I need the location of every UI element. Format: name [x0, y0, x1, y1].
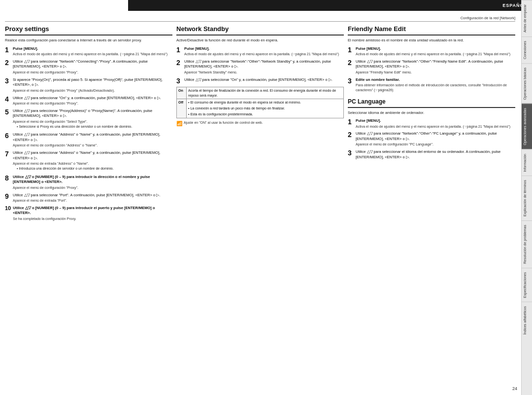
proxy-step-8: 8 Utilice △▽ o [NUMBER] (0 – 9) para int…	[5, 175, 172, 190]
ns-step-1: 1 Pulse [MENU]. Activa el modo de ajuste…	[176, 46, 344, 57]
proxy-step-1: 1 Pulse [MENU]. Activa el modo de ajuste…	[5, 46, 172, 57]
off-label: Off	[177, 99, 187, 118]
wifi-icon: 📶	[176, 120, 182, 127]
pc-language-section: PC Language Seleccionar idioma de ambien…	[348, 98, 515, 160]
sidebar-tab-problemas[interactable]: Resolución de problemas	[522, 220, 532, 268]
sidebar-tab-terminos[interactable]: Explicación de términos	[522, 176, 532, 220]
fn-step-2: 2 Utilice △▽ para seleccionar "Network"-…	[348, 59, 515, 75]
fn-step-1: 1 Pulse [MENU]. Activa el modo de ajuste…	[348, 46, 515, 57]
on-text: Acorta el tiempo de finalización de la c…	[187, 87, 344, 99]
pc-step-1: 1 Pulse [MENU]. Activa el modo de ajuste…	[348, 118, 515, 129]
sidebar-tab-avanzadas[interactable]: Operaciones avanzadas	[522, 104, 532, 149]
friendly-name-title: Friendly Name Edit	[348, 25, 515, 36]
col-proxy: Proxy settings Realice esta configuració…	[5, 25, 172, 384]
proxy-step-2: 2 Utilice △▽ para seleccionar "Network"-…	[5, 59, 172, 75]
proxy-step-6: 6 Utilice △▽ para seleccionar "Address" …	[5, 132, 172, 148]
network-standby-subtitle: Active/Desactive la función de red duran…	[176, 38, 344, 43]
fn-step-3: 3 Edite un nombre familiar. Para obtener…	[348, 77, 515, 93]
proxy-title: Proxy settings	[5, 25, 172, 36]
network-standby-title: Network Standby	[176, 25, 344, 36]
sidebar-tab-especificaciones[interactable]: Especificaciones	[522, 268, 532, 302]
sidebar-tab-basicas[interactable]: Operaciones básicas	[522, 63, 532, 104]
off-row: Off •El consumo de energía durante el mo…	[177, 99, 344, 118]
top-bar: ESPAÑOL	[128, 0, 532, 11]
pc-language-subtitle: Seleccionar idioma de ambiente de ordena…	[348, 110, 515, 116]
sidebar-tab-antes[interactable]: Antes de empezar	[522, 0, 532, 36]
main-content: Configuración de la red [Network] Proxy …	[0, 11, 521, 395]
friendly-name-subtitle: El nombre amistoso es el nombre de esta …	[348, 38, 515, 43]
columns-container: Proxy settings Realice esta configuració…	[5, 25, 515, 384]
sidebar-tab-conexiones[interactable]: Conexiones	[522, 36, 532, 63]
sidebar-tab-informacion[interactable]: Información	[522, 149, 532, 176]
pc-step-2: 2 Utilice △▽ para seleccionar "Network"-…	[348, 131, 515, 147]
off-text: •El consumo de energía durante el modo e…	[187, 99, 344, 118]
ns-step-2: 2 Utilice △▽ para seleccionar "Network"-…	[176, 59, 344, 75]
proxy-step-7: 7 Utilice △▽ para seleccionar "Address" …	[5, 150, 172, 172]
proxy-step-4: 4 Utilice △▽ para seleccionar "On" y, a …	[5, 96, 172, 106]
right-sidebar: Antes de empezar Conexiones Operaciones …	[521, 0, 532, 395]
ns-step-3: 3 Utilice △▽ para seleccionar "On" y, a …	[176, 77, 344, 84]
proxy-subtitle: Realice esta configuración para conectar…	[5, 38, 172, 43]
sidebar-tab-indices[interactable]: Índices alfabéticos	[522, 302, 532, 339]
breadcrumb: Configuración de la red [Network]	[5, 16, 515, 22]
pc-language-title: PC Language	[348, 98, 515, 108]
on-row: On Acorta el tiempo de finalización de l…	[177, 87, 344, 99]
page-number: 24	[512, 386, 517, 391]
proxy-step-3: 3 Si aparece "Proxy(On)", proceda al pas…	[5, 77, 172, 93]
wifi-note: 📶 Ajuste en "ON" al usar la función de c…	[176, 120, 344, 127]
pc-step-3: 3 Utilice △▽ para seleccionar el idioma …	[348, 149, 515, 160]
proxy-step-5: 5 Utilice △▽ para seleccionar "Proxy(Add…	[5, 108, 172, 130]
on-off-table: On Acorta el tiempo de finalización de l…	[176, 87, 344, 118]
col-friendly-name: Friendly Name Edit El nombre amistoso es…	[348, 25, 515, 384]
on-label: On	[177, 87, 187, 99]
proxy-step-10: 10 Utilice △▽ o [NUMBER] (0 – 9) para in…	[5, 206, 172, 221]
col-network-standby: Network Standby Active/Desactive la func…	[176, 25, 344, 384]
proxy-step-9: 9 Utilice △▽ para seleccionar "Port". A …	[5, 193, 172, 203]
